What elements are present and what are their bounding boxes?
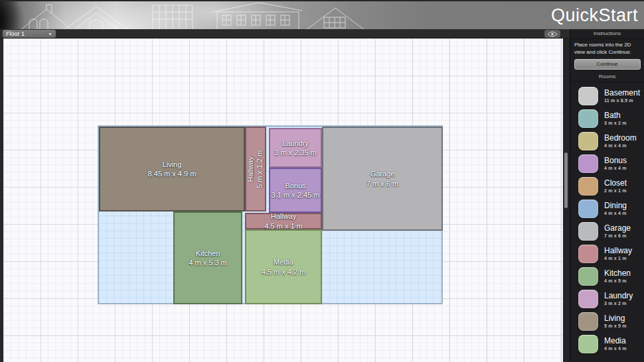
room-dimensions: 4 m x 5 m [604,278,631,283]
toggle-visibility-button[interactable] [544,30,560,38]
room-dimensions: 4 m x 4 m [604,166,627,170]
room-list-item-laundry[interactable]: Laundry 3 m x 2 m [578,290,644,308]
room-list-item-media[interactable]: Media 4 m x 4 m [578,335,644,353]
app-header: QuickStart [0,0,644,29]
instructions-text: Place rooms into the 2D view and click C… [570,39,644,58]
room-dimensions: 11 m x 8.5 m [604,98,640,103]
sidebar: Instructions Place rooms into the 2D vie… [570,29,644,362]
plan-room-living[interactable]: Living8.45 m x 4.9 m [99,127,245,211]
room-name: Bath [604,111,627,121]
floor-selector-value: Floor 1 [6,31,48,37]
plan-room-label: Kitchen4 m x 5.3 m [189,249,226,268]
room-swatch [578,312,598,331]
floor-plan-canvas[interactable]: Living8.45 m x 4.9 mHallway5 m x 1.2 mLa… [3,38,563,362]
plan-room-label: Media4.5 m x 4.2 m [262,257,306,276]
room-name: Garage [604,224,631,233]
room-list-item-closet[interactable]: Closet 2 m x 1 m [578,177,644,196]
room-name: Living [604,314,627,324]
eye-icon [547,31,558,37]
plan-room-label: Laundry3 m x 2.35 m [274,139,317,158]
room-dimensions: 2 m x 1 m [604,188,627,193]
plan-room-label: Living8.45 m x 4.9 m [148,160,197,179]
room-swatch [578,267,598,286]
scrollbar-thumb[interactable] [564,152,568,208]
chevron-down-icon: ▼ [48,32,52,36]
room-swatch [578,87,598,105]
room-name: Bonus [604,156,627,166]
room-dimensions: 4 m x 4 m [604,143,637,148]
room-name: Closet [604,179,627,188]
room-swatch [578,177,598,196]
floor-plan-boundary[interactable]: Living8.45 m x 4.9 mHallway5 m x 1.2 mLa… [98,126,442,304]
room-swatch [578,335,598,353]
room-name: Bedroom [604,134,637,143]
plan-room-hallway[interactable]: Hallway4.5 m x 1 m [245,213,322,229]
room-dimensions: 7 m x 6 m [604,233,631,238]
room-list-item-bonus[interactable]: Bonus 4 m x 4 m [578,154,644,173]
room-dimensions: 3 m x 2 m [604,121,627,125]
plan-room-label: Garage7 m x 6 m [366,169,398,188]
room-dimensions: 4 m x 1 m [604,256,632,261]
continue-button[interactable]: Continue [574,59,641,70]
canvas-toolbar: Floor 1 ▼ [0,29,570,38]
room-list-item-living[interactable]: Living 5 m x 5 m [578,312,644,331]
room-swatch [578,109,598,128]
plan-room-kitchen[interactable]: Kitchen4 m x 5.3 m [173,211,242,304]
room-dimensions: 5 m x 5 m [604,324,627,328]
room-swatch [578,200,598,218]
room-swatch [578,290,598,308]
room-dimensions: 3 m x 2 m [604,301,633,306]
room-name: Laundry [604,292,633,301]
app-title: QuickStart [551,5,638,26]
room-swatch [578,154,598,173]
plan-room-media[interactable]: Media4.5 m x 4.2 m [245,229,322,304]
room-name: Dining [604,202,627,211]
room-dimensions: 4 m x 4 m [604,211,627,215]
room-swatch [578,245,598,263]
house-sketch-image [0,1,372,30]
room-name: Hallway [604,247,632,256]
room-dimensions: 4 m x 4 m [604,346,627,351]
plan-room-label: Hallway5 m x 1.2 m [246,150,266,188]
instructions-header: Instructions [570,29,644,39]
plan-room-hallway[interactable]: Hallway5 m x 1.2 m [245,127,266,211]
room-name: Basement [604,89,640,98]
vertical-scrollbar[interactable] [563,38,570,362]
room-swatch [578,222,598,241]
room-name: Kitchen [604,269,631,278]
room-list-item-dining[interactable]: Dining 4 m x 4 m [578,200,644,218]
plan-room-bonus[interactable]: Bonus3.1 m x 2.45 m [269,168,322,213]
room-list-item-hallway[interactable]: Hallway 4 m x 1 m [578,245,644,263]
room-swatch [578,132,598,151]
room-list-item-bedroom[interactable]: Bedroom 4 m x 4 m [578,132,644,151]
room-list-item-basement[interactable]: Basement 11 m x 8.5 m [578,87,644,105]
room-list-item-kitchen[interactable]: Kitchen 4 m x 5 m [578,267,644,286]
rooms-header: Rooms [570,72,644,82]
plan-room-laundry[interactable]: Laundry3 m x 2.35 m [269,128,322,168]
floor-selector[interactable]: Floor 1 ▼ [3,30,56,38]
room-list: Basement 11 m x 8.5 m Bath 3 m x 2 m Bed… [570,82,644,353]
plan-room-label: Hallway4.5 m x 1 m [264,211,302,231]
plan-room-garage[interactable]: Garage7 m x 6 m [322,127,443,231]
room-list-item-garage[interactable]: Garage 7 m x 6 m [578,222,644,241]
app-window: QuickStart Floor 1 ▼ Living8.45 m x 4.9 … [0,0,644,362]
plan-room-label: Bonus3.1 m x 2.45 m [272,181,320,200]
room-list-item-bath[interactable]: Bath 3 m x 2 m [578,109,644,128]
room-name: Media [604,337,627,346]
